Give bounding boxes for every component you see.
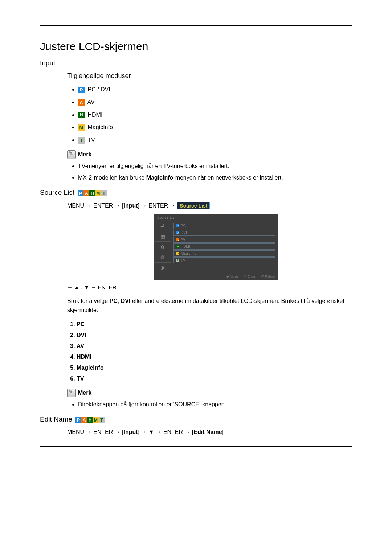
- note-block: Merk: [67, 389, 352, 397]
- badges-row: PAHMT: [78, 189, 107, 197]
- note-item: Direkteknappen på fjernkontrollen er 'SO…: [78, 400, 352, 409]
- bottom-rule: [40, 446, 352, 447]
- badge-h-icon: H: [87, 417, 93, 423]
- badge-m-icon: M: [93, 417, 99, 423]
- modes-heading: Tilgjengelige moduser: [67, 72, 352, 80]
- section-source-list-heading: Source List PAHMT: [40, 189, 352, 197]
- osd-footer-move: ◆ Move: [226, 275, 238, 278]
- mode-item: M MagicInfo: [78, 124, 352, 131]
- note-label: Merk: [78, 390, 91, 396]
- osd-footer: ◆ Move ⏎ Enter ↺ Return: [154, 273, 278, 280]
- badge-a-icon: A: [81, 417, 87, 423]
- badge-p-icon: P: [78, 190, 83, 196]
- osd-title: Source List: [154, 214, 278, 221]
- osd-side-icon: ◉: [154, 263, 171, 273]
- osd-row: PPC: [173, 223, 275, 229]
- mode-item: T TV: [78, 137, 352, 144]
- osd-row: TTV: [173, 257, 275, 263]
- osd-sidebar: ⇄ ▦ ✿ ❁ ◉: [154, 221, 171, 273]
- badge-h-icon: H: [78, 112, 85, 118]
- badge-p-icon: P: [75, 417, 81, 423]
- osd-screenshot: Source List ⇄ ▦ ✿ ❁ ◉ PPC DDVI AAV HHDMI…: [154, 214, 278, 280]
- mode-item: H HDMI: [78, 112, 352, 119]
- note-block: Merk: [67, 150, 352, 159]
- list-item: AV: [77, 343, 352, 349]
- page-title: Justere LCD-skjermen: [40, 40, 352, 53]
- section-edit-name-heading: Edit Name PAHMT: [40, 415, 352, 424]
- nav-path-edit-name: MENU → ENTER → [Input] → ▼ → ENTER → [Ed…: [67, 429, 352, 435]
- top-rule: [40, 25, 352, 26]
- list-item: DVI: [77, 332, 352, 338]
- osd-row: AAV: [173, 237, 275, 243]
- source-list-description: Bruk for å velge PC, DVI eller andre eks…: [67, 297, 352, 315]
- badge-m-icon: M: [78, 124, 85, 131]
- mode-item: A AV: [78, 99, 352, 106]
- badge-a-icon: A: [78, 99, 85, 106]
- note-icon: [67, 150, 76, 159]
- note-bold: MagicInfo: [146, 175, 173, 181]
- nav-path-source-list: MENU → ENTER → [Input] → ENTER → Source …: [67, 202, 352, 209]
- badge-t-icon: T: [101, 190, 107, 196]
- osd-side-icon: ✿: [154, 242, 171, 252]
- note-bullets: Direkteknappen på fjernkontrollen er 'SO…: [67, 400, 352, 409]
- osd-row: HHDMI: [173, 243, 275, 250]
- badge-t-icon: T: [78, 137, 85, 144]
- badges-row: PAHMT: [75, 416, 105, 424]
- mode-label: MagicInfo: [87, 124, 113, 130]
- section-input-heading: Input: [40, 59, 352, 67]
- mode-label: AV: [87, 99, 95, 105]
- osd-footer-return: ↺ Return: [261, 275, 275, 278]
- osd-main: PPC DDVI AAV HHDMI MMagicInfo TTV: [171, 221, 278, 273]
- badge-m-icon: M: [95, 190, 101, 196]
- source-ordered-list: PC DVI AV HDMI MagicInfo TV: [67, 321, 352, 382]
- mode-item: P PC / DVI: [78, 86, 352, 93]
- note-bullets: TV-menyen er tilgjengelig når en TV-tune…: [67, 162, 352, 182]
- list-item: PC: [77, 321, 352, 328]
- osd-row: DDVI: [173, 230, 275, 236]
- osd-side-icon: ❁: [154, 252, 171, 263]
- list-item: MagicInfo: [77, 365, 352, 371]
- osd-footer-enter: ⏎ Enter: [244, 275, 255, 278]
- badge-p-icon: P: [78, 87, 85, 93]
- badge-t-icon: T: [99, 417, 105, 423]
- note-item: MX-2-modellen kan bruke MagicInfo-menyen…: [78, 173, 352, 182]
- arrow-nav-line: → ▲ , ▼ → ENTER: [67, 284, 352, 290]
- note-icon: [67, 389, 76, 397]
- list-item: TV: [77, 376, 352, 382]
- badge-a-icon: A: [83, 190, 89, 196]
- osd-side-icon: ⇄: [154, 221, 171, 231]
- badge-h-icon: H: [89, 190, 95, 196]
- list-item: HDMI: [77, 354, 352, 360]
- osd-side-icon: ▦: [154, 231, 171, 242]
- mode-label: PC / DVI: [87, 86, 110, 93]
- note-label: Merk: [78, 151, 91, 158]
- nav-pill-source-list: Source List: [177, 202, 210, 209]
- osd-row: MMagicInfo: [173, 250, 275, 257]
- note-item: TV-menyen er tilgjengelig når en TV-tune…: [78, 162, 352, 171]
- mode-label: HDMI: [87, 112, 102, 118]
- modes-list: P PC / DVI A AV H HDMI M MagicInfo T TV: [67, 86, 352, 144]
- mode-label: TV: [87, 137, 95, 143]
